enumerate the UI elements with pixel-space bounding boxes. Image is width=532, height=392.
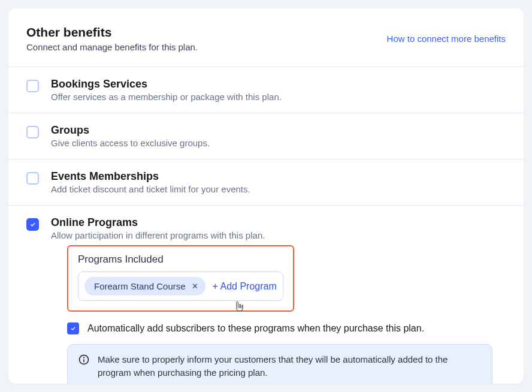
chip-remove-icon[interactable]: ✕ — [192, 282, 198, 291]
info-banner: Make sure to properly inform your custom… — [67, 344, 492, 384]
groups-checkbox[interactable] — [26, 126, 39, 138]
programs-included-block: Programs Included Forearm Stand Course ✕… — [67, 245, 294, 312]
info-text: Make sure to properly inform your custom… — [98, 353, 481, 379]
bookings-title: Bookings Services — [51, 78, 506, 91]
benefit-row-programs: Online Programs Allow participation in d… — [8, 206, 524, 384]
events-title: Events Memberships — [51, 170, 506, 183]
benefit-row-events: Events Memberships Add ticket discount a… — [8, 159, 524, 206]
events-checkbox[interactable] — [26, 172, 39, 185]
programs-desc: Allow participation in different program… — [51, 230, 506, 240]
bookings-checkbox[interactable] — [26, 80, 39, 92]
info-icon — [78, 354, 89, 365]
pointer-cursor-icon — [235, 301, 244, 312]
benefit-row-bookings: Bookings Services Offer services as a me… — [8, 67, 524, 113]
auto-add-label: Automatically add subscribers to these p… — [87, 323, 424, 334]
programs-tag-input[interactable]: Forearm Stand Course ✕ + Add Program — [78, 272, 283, 301]
groups-desc: Give clients access to exclusive groups. — [51, 138, 506, 148]
svg-rect-2 — [83, 359, 84, 362]
program-chip: Forearm Stand Course ✕ — [84, 277, 205, 295]
auto-add-checkbox[interactable] — [67, 322, 79, 334]
programs-included-label: Programs Included — [78, 254, 283, 266]
benefits-list: Bookings Services Offer services as a me… — [8, 67, 524, 384]
card-title: Other benefits — [26, 25, 198, 40]
svg-point-1 — [83, 357, 84, 358]
card-subtitle: Connect and manage benefits for this pla… — [26, 42, 198, 52]
card-header: Other benefits Connect and manage benefi… — [8, 8, 524, 67]
events-desc: Add ticket discount and ticket limit for… — [51, 184, 506, 194]
programs-title: Online Programs — [51, 216, 506, 229]
bookings-desc: Offer services as a membership or packag… — [51, 92, 506, 102]
help-link[interactable]: How to connect more benefits — [387, 34, 506, 44]
program-chip-label: Forearm Stand Course — [94, 281, 186, 291]
add-program-button[interactable]: + Add Program — [213, 281, 277, 292]
programs-checkbox[interactable] — [26, 218, 39, 231]
groups-title: Groups — [51, 124, 506, 137]
benefits-card: Other benefits Connect and manage benefi… — [8, 8, 524, 384]
auto-add-row: Automatically add subscribers to these p… — [67, 322, 424, 334]
benefit-row-groups: Groups Give clients access to exclusive … — [8, 113, 524, 159]
